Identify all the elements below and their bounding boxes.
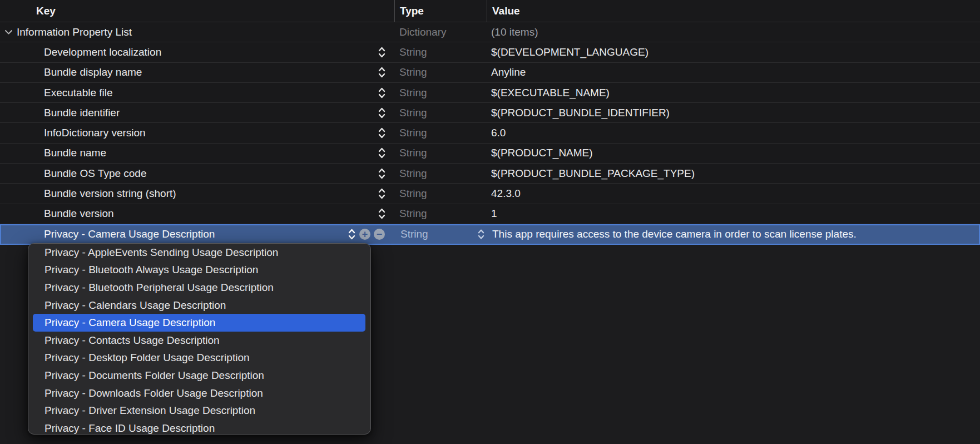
row-type-label: String — [399, 107, 427, 119]
menu-item-label: Privacy - Driver Extension Usage Descrip… — [44, 404, 255, 417]
row-value-label: 1 — [491, 208, 497, 220]
selected-row-key-label: Privacy - Camera Usage Description — [44, 228, 215, 240]
menu-item[interactable]: Privacy - Camera Usage Description — [33, 314, 365, 332]
key-popup-stepper-icon[interactable] — [378, 146, 386, 160]
root-row[interactable]: Information Property List Dictionary (10… — [0, 22, 980, 42]
row-type-label: String — [399, 208, 427, 220]
menu-item-label: Privacy - AppleEvents Sending Usage Desc… — [44, 246, 278, 259]
row-value-label: $(PRODUCT_BUNDLE_IDENTIFIER) — [491, 107, 670, 119]
key-popup-stepper-icon[interactable] — [378, 206, 386, 221]
row-key-label: Bundle version string (short) — [44, 188, 176, 200]
table-header: Key Type Value — [0, 0, 980, 22]
remove-row-button[interactable]: − — [374, 229, 385, 240]
table-row[interactable]: Bundle version string (short) String 42.… — [0, 184, 980, 204]
row-key-label: Bundle display name — [44, 66, 142, 78]
root-row-key-label: Information Property List — [17, 26, 132, 38]
header-type-label: Type — [400, 5, 424, 17]
table-row[interactable]: InfoDictionary version String 6.0 — [0, 123, 980, 143]
menu-item-label: Privacy - Downloads Folder Usage Descrip… — [44, 387, 263, 399]
menu-item-label: Privacy - Face ID Usage Description — [44, 422, 215, 435]
key-popup-stepper-icon[interactable] — [378, 106, 386, 120]
key-popup-stepper-icon[interactable] — [378, 65, 386, 80]
row-key-label: Development localization — [44, 46, 161, 58]
menu-item[interactable]: Privacy - Calendars Usage Description — [28, 297, 370, 314]
table-row[interactable]: Executable file String $(EXECUTABLE_NAME… — [0, 83, 980, 103]
key-popup-stepper-icon[interactable] — [378, 166, 386, 181]
table-row[interactable]: Bundle display name String Anyline — [0, 63, 980, 83]
plus-icon: + — [362, 229, 368, 239]
key-popup-stepper-icon[interactable] — [378, 86, 386, 100]
menu-item-label: Privacy - Contacts Usage Description — [44, 334, 220, 347]
row-key-label: Bundle version — [44, 208, 114, 220]
header-type: Type — [394, 0, 487, 22]
row-type-label: String — [399, 87, 427, 99]
header-value-label: Value — [492, 5, 520, 17]
header-value: Value — [487, 0, 980, 22]
row-value-label: 42.3.0 — [491, 188, 521, 200]
menu-item[interactable]: Privacy - Documents Folder Usage Descrip… — [28, 367, 370, 384]
row-type-label: String — [399, 188, 427, 200]
row-type-label: String — [399, 147, 427, 159]
row-value-label: 6.0 — [491, 127, 506, 139]
row-type-label: String — [399, 46, 427, 58]
type-popup-stepper-icon[interactable] — [477, 228, 485, 241]
table-rows: Development localization String $(DEVELO… — [0, 42, 980, 224]
row-type-label: String — [399, 127, 427, 139]
table-row[interactable]: Bundle name String $(PRODUCT_NAME) — [0, 144, 980, 164]
selected-row-controls: + − — [348, 227, 385, 241]
menu-item-label: Privacy - Camera Usage Description — [44, 317, 215, 329]
header-key: Key — [0, 0, 394, 22]
menu-item[interactable]: Privacy - Contacts Usage Description — [28, 332, 370, 349]
key-popup-stepper-icon[interactable] — [348, 227, 356, 241]
minus-icon: − — [377, 229, 383, 239]
row-value-label: Anyline — [491, 66, 526, 78]
row-value-label: $(DEVELOPMENT_LANGUAGE) — [491, 46, 649, 58]
key-popup-stepper-icon[interactable] — [378, 45, 386, 60]
key-popup-stepper-icon[interactable] — [378, 126, 386, 140]
row-value-label: $(PRODUCT_BUNDLE_PACKAGE_TYPE) — [491, 167, 695, 180]
menu-item-label: Privacy - Bluetooth Peripheral Usage Des… — [44, 282, 274, 294]
menu-item-label: Privacy - Calendars Usage Description — [44, 299, 226, 312]
selected-row-value-label: This app requires access to the device c… — [492, 228, 857, 240]
menu-item[interactable]: Privacy - Desktop Folder Usage Descripti… — [28, 349, 370, 367]
table-row[interactable]: Development localization String $(DEVELO… — [0, 42, 980, 62]
menu-item-label: Privacy - Documents Folder Usage Descrip… — [44, 369, 264, 382]
table-row[interactable]: Bundle identifier String $(PRODUCT_BUNDL… — [0, 103, 980, 123]
menu-item[interactable]: Privacy - Face ID Usage Description — [28, 420, 370, 435]
menu-item-label: Privacy - Desktop Folder Usage Descripti… — [44, 352, 250, 364]
disclosure-chevron-icon[interactable] — [4, 29, 13, 34]
header-key-label: Key — [36, 5, 56, 17]
add-row-button[interactable]: + — [359, 229, 370, 240]
menu-item[interactable]: Privacy - Downloads Folder Usage Descrip… — [28, 384, 370, 402]
row-value-label: $(PRODUCT_NAME) — [491, 147, 593, 159]
row-key-label: Bundle identifier — [44, 107, 120, 119]
row-key-label: Bundle name — [44, 147, 106, 159]
menu-item[interactable]: Privacy - Driver Extension Usage Descrip… — [28, 402, 370, 420]
menu-item[interactable]: Privacy - AppleEvents Sending Usage Desc… — [28, 244, 370, 262]
row-type-label: String — [399, 66, 427, 78]
selected-row[interactable]: Privacy - Camera Usage Description + − S… — [0, 224, 980, 245]
key-popup-stepper-icon[interactable] — [378, 186, 386, 201]
table-row[interactable]: Bundle version String 1 — [0, 204, 980, 224]
menu-item[interactable]: Privacy - Bluetooth Peripheral Usage Des… — [28, 279, 370, 297]
row-key-label: InfoDictionary version — [44, 127, 146, 139]
key-dropdown-menu: Privacy - AppleEvents Sending Usage Desc… — [28, 243, 371, 435]
row-type-label: String — [399, 167, 427, 180]
root-row-value-label: (10 items) — [491, 26, 538, 38]
row-key-label: Executable file — [44, 87, 113, 99]
menu-item[interactable]: Privacy - Bluetooth Always Usage Descrip… — [28, 262, 370, 279]
root-row-type-label: Dictionary — [399, 26, 446, 38]
table-row[interactable]: Bundle OS Type code String $(PRODUCT_BUN… — [0, 164, 980, 184]
selected-row-type-label: String — [400, 228, 428, 240]
row-value-label: $(EXECUTABLE_NAME) — [491, 87, 610, 99]
row-key-label: Bundle OS Type code — [44, 167, 147, 180]
menu-item-label: Privacy - Bluetooth Always Usage Descrip… — [44, 264, 258, 276]
plist-editor: Key Type Value Information Property List… — [0, 0, 980, 444]
